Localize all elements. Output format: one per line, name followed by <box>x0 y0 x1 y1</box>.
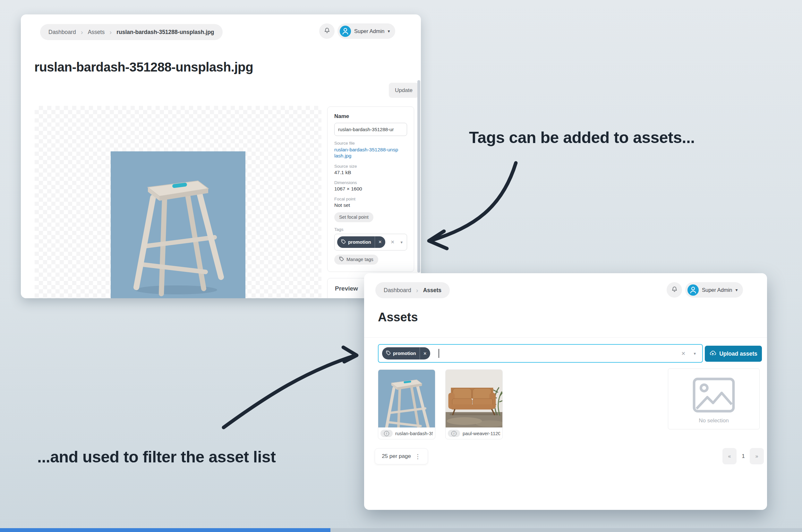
dimensions-value: 1067 × 1600 <box>334 186 407 192</box>
user-name: Super Admin <box>702 287 732 293</box>
asset-caption: i paul-weaver-1120 <box>446 428 502 439</box>
tags-input[interactable]: promotion ✕ ✕ ▾ <box>334 234 407 250</box>
bottom-progress-bar[interactable] <box>0 528 331 532</box>
asset-caption: i ruslan-bardash-35 <box>378 428 435 439</box>
tags-dropdown-icon[interactable]: ▾ <box>400 240 403 244</box>
info-button[interactable]: i <box>380 430 393 437</box>
asset-thumbnail-stool <box>378 370 435 428</box>
manage-tags-button[interactable]: Manage tags <box>334 254 378 265</box>
manage-tags-label: Manage tags <box>347 257 373 262</box>
asset-filename: ruslan-bardash-35 <box>395 431 433 436</box>
breadcrumb-assets[interactable]: Assets <box>88 29 105 36</box>
update-button[interactable]: Update <box>389 83 418 98</box>
asset-preview-area <box>35 106 321 298</box>
tag-chip-label: promotion <box>348 240 371 245</box>
remove-tag-icon[interactable]: ✕ <box>419 347 430 360</box>
user-menu[interactable]: Super Admin ▾ <box>337 23 395 39</box>
annotation-filter-note: ...and used to filter the asset list <box>37 448 276 466</box>
tags-label: Tags <box>334 227 407 232</box>
text-cursor <box>439 349 439 358</box>
annotation-tags-note: Tags can be added to assets... <box>469 128 695 147</box>
upload-assets-button[interactable]: Upload assets <box>705 346 762 362</box>
asset-filename: paul-weaver-1120 <box>463 431 500 436</box>
asset-card-couch[interactable]: i paul-weaver-1120 <box>445 369 503 439</box>
tag-chip-label: promotion <box>393 351 416 356</box>
set-focal-point-label: Set focal point <box>339 214 369 220</box>
notifications-button[interactable] <box>319 23 335 39</box>
source-file-label: Source file <box>334 141 407 146</box>
page-title: Assets <box>378 310 418 324</box>
asset-list-window: Dashboard › Assets Super Admin ▾ Assets … <box>364 273 767 510</box>
info-icon: i <box>384 431 389 436</box>
tag-icon <box>339 256 344 262</box>
breadcrumb-assets: Assets <box>423 287 442 294</box>
pagination-prev-button[interactable]: « <box>723 448 736 464</box>
breadcrumb-current-asset: ruslan-bardash-351288-unsplash.jpg <box>116 29 214 36</box>
clear-tags-icon[interactable]: ✕ <box>390 239 395 245</box>
info-button[interactable]: i <box>448 430 460 437</box>
asset-meta-panel: Name Source file ruslan-bardash-351288-u… <box>327 107 414 272</box>
remove-tag-icon[interactable]: ✕ <box>375 236 385 248</box>
dimensions-label: Dimensions <box>334 180 407 185</box>
avatar <box>688 284 699 296</box>
set-focal-point-button[interactable]: Set focal point <box>334 212 373 222</box>
filter-dropdown-icon[interactable]: ▾ <box>694 351 696 356</box>
per-page-button[interactable]: 25 per page ⋮ <box>375 448 428 464</box>
tag-chip-promotion[interactable]: promotion ✕ <box>337 236 385 248</box>
clear-filter-icon[interactable]: ✕ <box>682 350 686 357</box>
pagination-current-page: 1 <box>739 448 748 464</box>
focal-point-label: Focal point <box>334 196 407 202</box>
asset-card-stool[interactable]: i ruslan-bardash-35 <box>378 369 435 439</box>
tag-icon <box>386 350 393 356</box>
source-size-value: 47.1 kB <box>334 170 407 175</box>
breadcrumb-dashboard[interactable]: Dashboard <box>49 29 76 36</box>
user-name: Super Admin <box>354 28 384 34</box>
cloud-upload-icon <box>709 350 716 358</box>
no-selection-panel: No selection <box>668 368 760 430</box>
image-placeholder-icon <box>692 377 735 413</box>
page-title: ruslan-bardash-351288-unsplash.jpg <box>34 60 253 74</box>
divider <box>364 337 767 338</box>
breadcrumb-dashboard[interactable]: Dashboard <box>384 287 411 294</box>
tag-chip-promotion[interactable]: promotion ✕ <box>382 347 430 360</box>
kebab-menu-icon: ⋮ <box>415 453 421 460</box>
user-menu[interactable]: Super Admin ▾ <box>685 282 743 298</box>
avatar <box>340 26 351 37</box>
asset-thumbnail-couch <box>446 370 502 428</box>
chevron-down-icon: ▾ <box>735 287 738 292</box>
asset-detail-window: Dashboard › Assets › ruslan-bardash-3512… <box>21 15 421 298</box>
arrow-to-tags-field <box>429 163 516 248</box>
chevron-right-icon: › <box>81 28 83 35</box>
preview-section-title: Preview <box>335 285 358 292</box>
focal-point-value: Not set <box>334 202 407 208</box>
name-input[interactable] <box>334 123 407 136</box>
asset-image-stool <box>111 151 245 298</box>
per-page-label: 25 per page <box>382 453 411 459</box>
breadcrumb: Dashboard › Assets <box>375 282 450 298</box>
no-selection-label: No selection <box>668 418 759 424</box>
notifications-button[interactable] <box>667 282 682 298</box>
source-file-link[interactable]: ruslan-bardash-351288-unsplash.jpg <box>334 147 398 159</box>
chevron-right-icon: › <box>109 28 112 35</box>
upload-assets-label: Upload assets <box>719 350 758 357</box>
tag-icon <box>341 239 348 245</box>
source-size-label: Source size <box>334 164 407 169</box>
tag-filter-input[interactable]: promotion ✕ ✕ ▾ <box>378 344 703 363</box>
name-label: Name <box>334 113 407 120</box>
scrollbar[interactable] <box>417 80 420 272</box>
breadcrumb: Dashboard › Assets › ruslan-bardash-3512… <box>40 24 223 40</box>
page: Dashboard › Assets › ruslan-bardash-3512… <box>0 0 802 532</box>
arrow-to-filter-input <box>224 347 357 428</box>
bell-icon <box>671 286 678 294</box>
bell-icon <box>324 27 331 35</box>
pagination-next-button[interactable]: » <box>750 448 764 464</box>
info-icon: i <box>451 431 456 436</box>
chevron-right-icon: › <box>416 287 418 293</box>
chevron-down-icon: ▾ <box>388 28 390 34</box>
